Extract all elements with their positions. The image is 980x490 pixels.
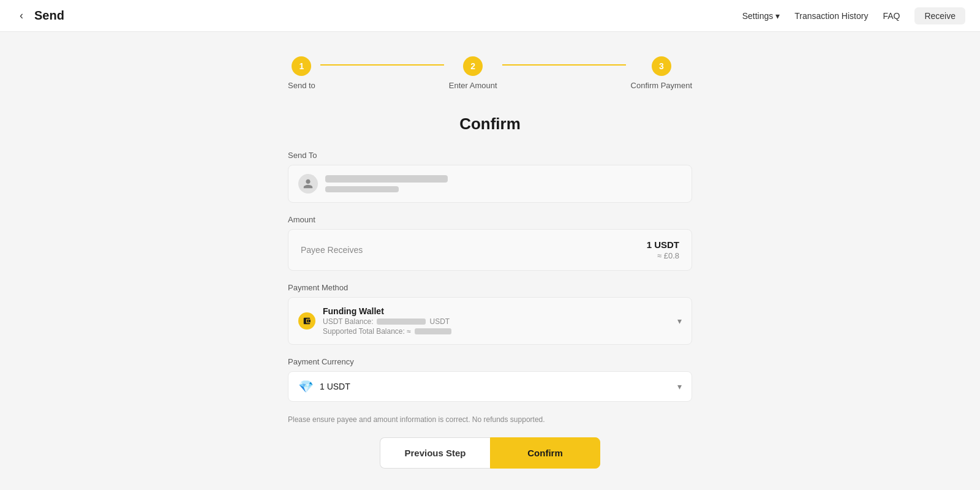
payment-currency-select[interactable]: 💎 1 USDT ▾	[288, 371, 692, 402]
currency-gem-icon: 💎	[298, 379, 314, 394]
wallet-balance: USDT Balance: USDT	[323, 317, 451, 326]
wallet-balance-unit: USDT	[429, 317, 450, 326]
currency-value: 1 USDT	[320, 382, 350, 391]
step-2: 2 Enter Amount	[449, 56, 497, 90]
payment-currency-section: Payment Currency 💎 1 USDT ▾	[288, 357, 692, 402]
warning-text: Please ensure payee and amount informati…	[288, 414, 692, 425]
back-button[interactable]: ‹	[15, 7, 28, 24]
step-2-circle: 2	[463, 56, 483, 76]
step-3: 3 Confirm Payment	[631, 56, 692, 90]
payment-method-box[interactable]: Funding Wallet USDT Balance: USDT Suppor…	[288, 297, 692, 345]
header-nav: Settings ▾ Transaction History FAQ Recei…	[742, 7, 965, 24]
payee-receives-label: Payee Receives	[301, 245, 363, 255]
payment-method-dropdown-arrow: ▾	[677, 316, 682, 326]
settings-nav-item[interactable]: Settings ▾	[742, 11, 780, 21]
step-line-2-3	[502, 64, 626, 66]
transaction-history-nav-item[interactable]: Transaction History	[794, 11, 868, 21]
back-icon: ‹	[20, 9, 23, 21]
send-to-section: Send To	[288, 151, 692, 203]
step-1-circle: 1	[292, 56, 311, 76]
recipient-avatar	[298, 174, 318, 194]
main-content: 1 Send to 2 Enter Amount 3 Confirm Payme…	[276, 32, 704, 490]
step-3-circle: 3	[652, 56, 671, 76]
payment-method-left: Funding Wallet USDT Balance: USDT Suppor…	[298, 306, 451, 336]
amount-values: 1 USDT ≈ £0.8	[647, 239, 679, 260]
wallet-balance-label: USDT Balance:	[323, 317, 373, 326]
wallet-name: Funding Wallet	[323, 306, 451, 316]
send-to-label: Send To	[288, 151, 692, 160]
settings-label: Settings	[742, 11, 774, 21]
footer-buttons: Previous Step Confirm	[288, 437, 692, 469]
payment-method-label: Payment Method	[288, 283, 692, 292]
currency-left: 💎 1 USDT	[298, 379, 350, 394]
amount-usdt: 1 USDT	[647, 239, 679, 250]
amount-box: Payee Receives 1 USDT ≈ £0.8	[288, 229, 692, 271]
step-2-label: Enter Amount	[449, 81, 497, 90]
page-title: Send	[34, 9, 64, 23]
currency-dropdown-arrow: ▾	[677, 382, 682, 391]
step-3-label: Confirm Payment	[631, 81, 692, 90]
amount-section: Amount Payee Receives 1 USDT ≈ £0.8	[288, 215, 692, 271]
recipient-sub-blurred	[325, 186, 399, 192]
previous-step-button[interactable]: Previous Step	[380, 437, 490, 469]
wallet-info: Funding Wallet USDT Balance: USDT Suppor…	[323, 306, 451, 336]
step-1: 1 Send to	[288, 56, 315, 90]
wallet-icon	[298, 312, 315, 330]
confirm-button[interactable]: Confirm	[490, 437, 600, 469]
recipient-info	[325, 175, 448, 192]
step-1-label: Send to	[288, 81, 315, 90]
payment-currency-label: Payment Currency	[288, 357, 692, 366]
header: ‹ Send Settings ▾ Transaction History FA…	[0, 0, 980, 32]
amount-fiat: ≈ £0.8	[647, 251, 679, 260]
wallet-balance-blurred	[377, 318, 426, 325]
recipient-address-blurred	[325, 175, 448, 183]
step-line-1-2	[320, 64, 444, 66]
confirm-title: Confirm	[288, 115, 692, 134]
payment-method-section: Payment Method Funding Wallet USDT Balan…	[288, 283, 692, 345]
stepper: 1 Send to 2 Enter Amount 3 Confirm Payme…	[288, 56, 692, 90]
wallet-supported-balance: Supported Total Balance: ≈	[323, 327, 451, 336]
receive-button[interactable]: Receive	[914, 7, 965, 24]
recipient-box	[288, 165, 692, 203]
settings-chevron-icon: ▾	[775, 11, 780, 21]
amount-label: Amount	[288, 215, 692, 224]
header-left: ‹ Send	[15, 7, 64, 24]
faq-nav-item[interactable]: FAQ	[883, 11, 900, 21]
wallet-supported-label: Supported Total Balance: ≈	[323, 327, 411, 336]
wallet-supported-blurred	[415, 328, 451, 334]
